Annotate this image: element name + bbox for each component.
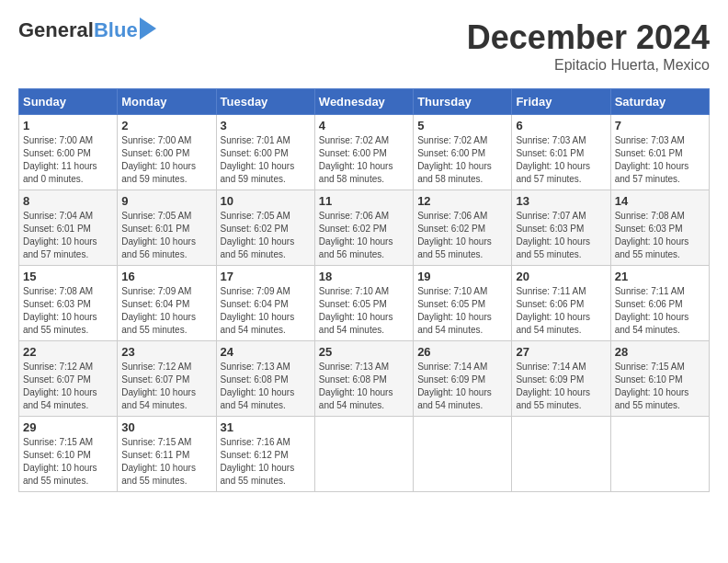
- day-info: Sunrise: 7:03 AM Sunset: 6:01 PM Dayligh…: [516, 134, 606, 186]
- calendar-day-cell: [610, 417, 709, 492]
- calendar-day-cell: 3Sunrise: 7:01 AM Sunset: 6:00 PM Daylig…: [216, 115, 314, 190]
- calendar-day-cell: 29Sunrise: 7:15 AM Sunset: 6:10 PM Dayli…: [19, 417, 118, 492]
- calendar-day-cell: 6Sunrise: 7:03 AM Sunset: 6:01 PM Daylig…: [512, 115, 610, 190]
- calendar-day-cell: 30Sunrise: 7:15 AM Sunset: 6:11 PM Dayli…: [118, 417, 216, 492]
- day-number: 3: [221, 119, 311, 132]
- calendar-header-day: Saturday: [610, 89, 709, 115]
- day-number: 6: [516, 119, 606, 132]
- day-info: Sunrise: 7:03 AM Sunset: 6:01 PM Dayligh…: [615, 134, 705, 186]
- day-number: 28: [615, 345, 705, 359]
- calendar-day-cell: 24Sunrise: 7:13 AM Sunset: 6:08 PM Dayli…: [216, 341, 314, 417]
- day-info: Sunrise: 7:08 AM Sunset: 6:03 PM Dayligh…: [23, 285, 113, 337]
- location: Epitacio Huerta, Mexico: [467, 57, 710, 74]
- day-number: 1: [23, 119, 113, 132]
- logo: General Blue: [18, 18, 156, 42]
- day-info: Sunrise: 7:07 AM Sunset: 6:03 PM Dayligh…: [516, 210, 606, 261]
- day-info: Sunrise: 7:10 AM Sunset: 6:05 PM Dayligh…: [319, 285, 409, 337]
- day-info: Sunrise: 7:12 AM Sunset: 6:07 PM Dayligh…: [121, 361, 211, 412]
- day-number: 31: [221, 420, 311, 434]
- calendar-body: 1Sunrise: 7:00 AM Sunset: 6:00 PM Daylig…: [19, 115, 710, 492]
- day-info: Sunrise: 7:16 AM Sunset: 6:12 PM Dayligh…: [221, 436, 311, 488]
- day-info: Sunrise: 7:09 AM Sunset: 6:04 PM Dayligh…: [121, 285, 211, 337]
- calendar-day-cell: 26Sunrise: 7:14 AM Sunset: 6:09 PM Dayli…: [414, 341, 512, 417]
- calendar-header-row: SundayMondayTuesdayWednesdayThursdayFrid…: [19, 89, 710, 115]
- day-number: 24: [221, 345, 311, 359]
- calendar-day-cell: 2Sunrise: 7:00 AM Sunset: 6:00 PM Daylig…: [118, 115, 216, 190]
- calendar-day-cell: 25Sunrise: 7:13 AM Sunset: 6:08 PM Dayli…: [314, 341, 413, 417]
- day-number: 26: [417, 345, 507, 359]
- day-number: 7: [615, 119, 705, 132]
- calendar-day-cell: 5Sunrise: 7:02 AM Sunset: 6:00 PM Daylig…: [414, 115, 512, 190]
- calendar-day-cell: 13Sunrise: 7:07 AM Sunset: 6:03 PM Dayli…: [512, 190, 610, 266]
- day-info: Sunrise: 7:06 AM Sunset: 6:02 PM Dayligh…: [319, 210, 409, 261]
- calendar-header-day: Monday: [118, 89, 216, 115]
- day-info: Sunrise: 7:12 AM Sunset: 6:07 PM Dayligh…: [23, 361, 113, 412]
- day-info: Sunrise: 7:15 AM Sunset: 6:11 PM Dayligh…: [121, 436, 211, 488]
- day-info: Sunrise: 7:10 AM Sunset: 6:05 PM Dayligh…: [417, 285, 507, 337]
- day-number: 22: [23, 345, 113, 359]
- calendar-day-cell: 10Sunrise: 7:05 AM Sunset: 6:02 PM Dayli…: [216, 190, 314, 266]
- calendar-day-cell: [512, 417, 610, 492]
- logo-blue: Blue: [94, 18, 138, 42]
- title-area: December 2024 Epitacio Huerta, Mexico: [467, 18, 710, 74]
- day-number: 9: [121, 194, 211, 208]
- day-number: 13: [516, 194, 606, 208]
- day-number: 17: [221, 270, 311, 283]
- day-info: Sunrise: 7:11 AM Sunset: 6:06 PM Dayligh…: [615, 285, 705, 337]
- calendar-day-cell: 28Sunrise: 7:15 AM Sunset: 6:10 PM Dayli…: [610, 341, 709, 417]
- day-number: 19: [417, 270, 507, 283]
- calendar-table: SundayMondayTuesdayWednesdayThursdayFrid…: [18, 88, 710, 492]
- month-title: December 2024: [467, 18, 710, 57]
- day-number: 4: [319, 119, 409, 132]
- day-number: 23: [121, 345, 211, 359]
- calendar-day-cell: 23Sunrise: 7:12 AM Sunset: 6:07 PM Dayli…: [118, 341, 216, 417]
- day-info: Sunrise: 7:08 AM Sunset: 6:03 PM Dayligh…: [615, 210, 705, 261]
- calendar-day-cell: 15Sunrise: 7:08 AM Sunset: 6:03 PM Dayli…: [19, 266, 118, 341]
- day-info: Sunrise: 7:02 AM Sunset: 6:00 PM Dayligh…: [319, 134, 409, 186]
- day-info: Sunrise: 7:09 AM Sunset: 6:04 PM Dayligh…: [221, 285, 311, 337]
- calendar-week-row: 29Sunrise: 7:15 AM Sunset: 6:10 PM Dayli…: [19, 417, 710, 492]
- day-number: 16: [121, 270, 211, 283]
- day-number: 25: [319, 345, 409, 359]
- day-number: 20: [516, 270, 606, 283]
- logo-general: General: [18, 18, 94, 42]
- calendar-day-cell: 31Sunrise: 7:16 AM Sunset: 6:12 PM Dayli…: [216, 417, 314, 492]
- calendar-day-cell: 19Sunrise: 7:10 AM Sunset: 6:05 PM Dayli…: [414, 266, 512, 341]
- calendar-day-cell: [314, 417, 413, 492]
- calendar-week-row: 8Sunrise: 7:04 AM Sunset: 6:01 PM Daylig…: [19, 190, 710, 266]
- day-number: 15: [23, 270, 113, 283]
- day-info: Sunrise: 7:05 AM Sunset: 6:02 PM Dayligh…: [221, 210, 311, 261]
- calendar-week-row: 22Sunrise: 7:12 AM Sunset: 6:07 PM Dayli…: [19, 341, 710, 417]
- calendar-week-row: 1Sunrise: 7:00 AM Sunset: 6:00 PM Daylig…: [19, 115, 710, 190]
- day-info: Sunrise: 7:13 AM Sunset: 6:08 PM Dayligh…: [221, 361, 311, 412]
- day-info: Sunrise: 7:15 AM Sunset: 6:10 PM Dayligh…: [615, 361, 705, 412]
- day-info: Sunrise: 7:14 AM Sunset: 6:09 PM Dayligh…: [417, 361, 507, 412]
- calendar-header-day: Sunday: [19, 89, 118, 115]
- day-info: Sunrise: 7:13 AM Sunset: 6:08 PM Dayligh…: [319, 361, 409, 412]
- calendar-day-cell: 18Sunrise: 7:10 AM Sunset: 6:05 PM Dayli…: [314, 266, 413, 341]
- day-number: 10: [221, 194, 311, 208]
- calendar-day-cell: 27Sunrise: 7:14 AM Sunset: 6:09 PM Dayli…: [512, 341, 610, 417]
- day-number: 29: [23, 420, 113, 434]
- calendar-day-cell: 12Sunrise: 7:06 AM Sunset: 6:02 PM Dayli…: [414, 190, 512, 266]
- calendar-day-cell: 11Sunrise: 7:06 AM Sunset: 6:02 PM Dayli…: [314, 190, 413, 266]
- logo-arrow-icon: [140, 17, 156, 40]
- day-number: 8: [23, 194, 113, 208]
- day-info: Sunrise: 7:15 AM Sunset: 6:10 PM Dayligh…: [23, 436, 113, 488]
- calendar-day-cell: 16Sunrise: 7:09 AM Sunset: 6:04 PM Dayli…: [118, 266, 216, 341]
- day-number: 5: [417, 119, 507, 132]
- calendar-day-cell: 17Sunrise: 7:09 AM Sunset: 6:04 PM Dayli…: [216, 266, 314, 341]
- day-info: Sunrise: 7:02 AM Sunset: 6:00 PM Dayligh…: [417, 134, 507, 186]
- day-number: 21: [615, 270, 705, 283]
- day-info: Sunrise: 7:00 AM Sunset: 6:00 PM Dayligh…: [121, 134, 211, 186]
- calendar-day-cell: 21Sunrise: 7:11 AM Sunset: 6:06 PM Dayli…: [610, 266, 709, 341]
- calendar-day-cell: 22Sunrise: 7:12 AM Sunset: 6:07 PM Dayli…: [19, 341, 118, 417]
- calendar-day-cell: 9Sunrise: 7:05 AM Sunset: 6:01 PM Daylig…: [118, 190, 216, 266]
- page-header: General Blue December 2024 Epitacio Huer…: [18, 18, 710, 74]
- day-number: 2: [121, 119, 211, 132]
- calendar-day-cell: 1Sunrise: 7:00 AM Sunset: 6:00 PM Daylig…: [19, 115, 118, 190]
- calendar-header-day: Wednesday: [314, 89, 413, 115]
- calendar-day-cell: 4Sunrise: 7:02 AM Sunset: 6:00 PM Daylig…: [314, 115, 413, 190]
- day-number: 30: [121, 420, 211, 434]
- day-number: 27: [516, 345, 606, 359]
